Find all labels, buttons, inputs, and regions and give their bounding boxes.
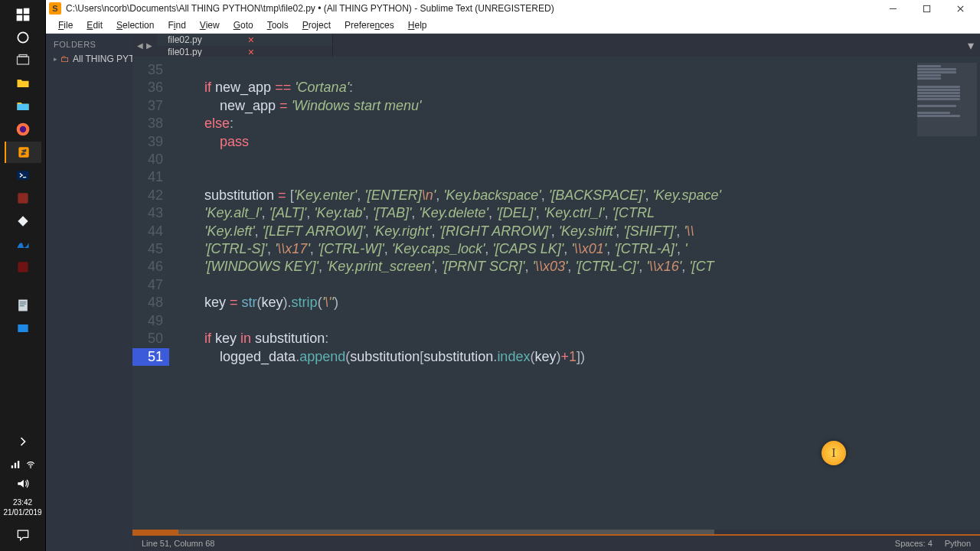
svg-rect-16 [19,304,25,305]
sidebar-title: FOLDERS [49,38,129,51]
minimize-button[interactable] [876,0,910,17]
tab-history-nav: ◀ ▶ [132,34,157,57]
svg-rect-5 [17,57,28,64]
svg-rect-6 [19,55,27,57]
app-icon: S [49,2,61,15]
menu-view[interactable]: View [194,18,226,32]
tab-file02-py[interactable]: file02.py× [157,34,333,46]
menu-find[interactable]: Find [162,18,191,32]
app-icon-wireshark[interactable] [5,233,41,255]
tab-label: file02.py [168,34,202,45]
svg-rect-3 [23,15,29,21]
firefox-icon[interactable] [5,119,41,140]
menu-project[interactable]: Project [296,18,337,32]
tab-back-icon[interactable]: ◀ [137,41,143,50]
svg-rect-0 [16,9,22,15]
tab-row: ◀ ▶ file02.py×file01.py×untitled× ▾ [132,34,980,57]
minimap[interactable] [914,57,980,530]
tab-label: file01.py [168,47,202,57]
svg-rect-7 [17,104,28,110]
tab-close-icon[interactable]: × [248,34,254,46]
task-view-icon[interactable] [5,50,41,71]
svg-point-19 [30,467,31,468]
maximize-button[interactable] [910,0,943,17]
windows-taskbar: 23:42 21/01/2019 [0,0,46,551]
chevron-icon: ▸ [54,55,57,63]
svg-rect-18 [18,324,28,332]
svg-point-4 [18,32,28,42]
menubar: File Edit Selection Find View Goto Tools… [46,17,980,34]
gutter: 3536373839404142434445464748495051 [132,57,169,530]
another-explorer-icon[interactable] [5,96,41,117]
sublime-text-icon[interactable] [5,142,41,163]
sublime-window: S C:\Users\ncorb\Documents\All THING PYT… [46,0,980,551]
cortana-icon[interactable] [5,27,41,48]
tab-overflow-icon[interactable]: ▾ [962,34,980,57]
titlebar[interactable]: S C:\Users\ncorb\Documents\All THING PYT… [46,0,980,17]
close-button[interactable] [943,0,977,17]
tray-expand-icon[interactable] [5,431,41,452]
sidebar: FOLDERS ▸ 🗀 All THING PYTH [46,34,132,551]
svg-rect-1 [23,8,29,15]
status-bar: Line 51, Column 68 Spaces: 4 Python [132,534,980,551]
svg-rect-17 [19,305,24,306]
menu-edit[interactable]: Edit [80,18,109,32]
tray-network-icons[interactable] [5,457,41,472]
app-icon-blue[interactable] [5,318,41,339]
menu-file[interactable]: File [52,18,79,32]
status-language[interactable]: Python [945,539,971,548]
folder-item[interactable]: ▸ 🗀 All THING PYTH [49,51,129,67]
editor[interactable]: 3536373839404142434445464748495051 if ne… [132,57,980,530]
app-icon-dark[interactable] [5,256,41,278]
menu-help[interactable]: Help [402,18,433,32]
svg-point-9 [19,126,25,132]
app-icon-diamond[interactable] [5,210,41,232]
menu-preferences[interactable]: Preferences [338,18,400,32]
folder-icon: 🗀 [60,54,70,64]
horizontal-scrollbar[interactable] [132,530,980,534]
start-button[interactable] [5,4,41,25]
svg-rect-2 [16,15,22,21]
taskbar-clock[interactable]: 23:42 21/01/2019 [3,497,41,517]
menu-selection[interactable]: Selection [110,18,160,32]
powershell-icon[interactable] [5,165,41,186]
notifications-icon[interactable] [5,524,41,546]
app-icon-red[interactable] [5,187,41,209]
titlebar-text: C:\Users\ncorb\Documents\All THING PYTHO… [66,3,876,14]
folder-label: All THING PYTH [73,54,132,64]
menu-tools[interactable]: Tools [261,18,295,32]
tab-fwd-icon[interactable]: ▶ [146,41,152,50]
cursor-highlight-icon: I [822,441,846,465]
svg-rect-13 [18,262,28,272]
svg-rect-12 [18,193,28,203]
menu-goto[interactable]: Goto [227,18,260,32]
file-explorer-icon[interactable] [5,73,41,94]
svg-rect-15 [19,302,25,302]
status-position[interactable]: Line 51, Column 68 [142,539,214,548]
status-spaces[interactable]: Spaces: 4 [895,539,933,548]
svg-rect-20 [923,5,929,11]
app-icon-doc[interactable] [5,295,41,316]
tray-volume-icon[interactable] [5,477,41,491]
code-area[interactable]: if new_app == 'Cortana': new_app = 'Wind… [169,57,914,530]
